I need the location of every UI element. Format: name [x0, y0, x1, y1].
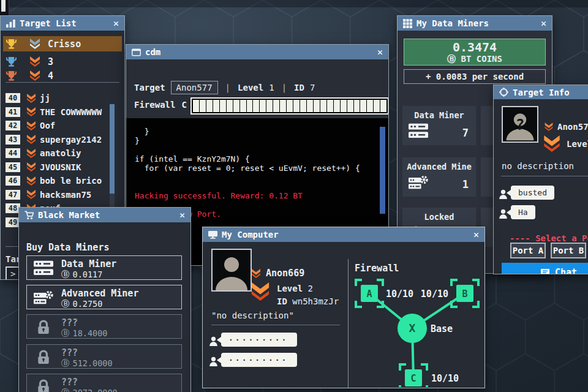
close-icon[interactable]: ✕: [179, 208, 185, 222]
item-price: Ⓑ512.0000: [61, 358, 113, 369]
target-name: hacksman75: [40, 190, 91, 200]
prompt-char: >: [10, 269, 15, 279]
rank-icon: [26, 149, 37, 158]
target-list-titlebar[interactable]: Target List ✕: [1, 16, 124, 31]
leaderboard-row-3[interactable]: 4: [3, 68, 122, 83]
window-title: My Data Miners: [417, 18, 489, 28]
chat-button[interactable]: Chat: [502, 263, 588, 274]
item-name: ???: [61, 347, 78, 358]
firewall-bar-segments: [190, 97, 388, 115]
target-value[interactable]: Anon577: [171, 81, 218, 94]
window-title: cdm: [145, 47, 160, 57]
background-fragment-bar: [1, 0, 6, 12]
divider: [6, 82, 119, 83]
rank-badge: 47: [6, 190, 20, 200]
close-icon[interactable]: ✕: [473, 227, 479, 242]
scrollbar-thumb[interactable]: [110, 104, 115, 194]
window-title: Black Market: [38, 210, 100, 220]
price-value: 512.0000: [73, 358, 113, 368]
password-bubble: ·········: [221, 353, 297, 367]
close-icon[interactable]: ✕: [377, 45, 383, 59]
buy-data-miners-label: Buy Data Miners: [26, 242, 109, 253]
lock-icon: [36, 378, 51, 392]
player-level-row: Level 2 ID wn5h3mzJr: [249, 282, 339, 308]
tile-count: 7: [462, 127, 469, 139]
target-name: jj: [40, 93, 50, 103]
target-row[interactable]: 40jj: [1, 91, 108, 105]
item-name: ???: [61, 377, 78, 388]
leaderboard-row-1[interactable]: Crisso: [3, 36, 122, 51]
close-icon[interactable]: ✕: [113, 16, 119, 31]
target-info-window: Target Info ? Anon577 Level no descripti…: [493, 85, 588, 274]
rank-badge: 41: [6, 107, 20, 117]
port-a-button[interactable]: Port A: [510, 243, 546, 258]
level-label: Level: [238, 83, 263, 92]
target-row[interactable]: 41THE COWWWWWW: [1, 105, 108, 119]
terminal-scrollbar[interactable]: [380, 127, 385, 214]
my-computer-window: My Computer ✕ Anon669 Level 2 ID wn5h3mz…: [202, 227, 485, 388]
target-info-titlebar[interactable]: Target Info: [494, 85, 588, 99]
target-row[interactable]: 46bob le brico: [1, 174, 108, 187]
firewall-node-c[interactable]: C 10/10: [400, 364, 459, 387]
port-b-button[interactable]: Port B: [551, 243, 586, 258]
rank-icon: [29, 39, 41, 49]
password-bubble-row: ·········: [209, 333, 297, 347]
avatar-silhouette-icon: [213, 250, 251, 290]
node-hp: 10/10: [386, 288, 413, 300]
hack-success-message: Hacking successful. Reward: 0.12 BT: [135, 191, 380, 200]
balance-value: 0.3474: [404, 40, 545, 55]
silver-trophy-icon: [6, 56, 17, 67]
rank-badge: 40: [6, 93, 20, 103]
coin-icon: Ⓑ: [447, 54, 456, 64]
market-item-locked[interactable]: ??? Ⓑ3072.0000: [26, 374, 182, 392]
my-data-miners-titlebar[interactable]: My Data Miners ✕: [398, 16, 552, 31]
advanced-miner-tile[interactable]: Advanced Mine 1: [402, 157, 476, 197]
svg-text:?: ?: [516, 116, 525, 134]
rank-badge: 42: [6, 121, 20, 130]
market-item-locked[interactable]: ??? Ⓑ18.4000: [26, 314, 182, 339]
lock-icon: [36, 349, 51, 366]
cdm-target-row: Target Anon577 | Level 1 | ID 7: [134, 80, 315, 95]
firewall-node-base[interactable]: X Base: [398, 314, 453, 343]
coin-icon: Ⓑ: [61, 269, 70, 280]
leaderboard-row-2[interactable]: 3: [3, 54, 122, 69]
player-name: 4: [48, 70, 53, 81]
target-avatar: ?: [502, 106, 538, 143]
code-line: [135, 145, 380, 154]
cart-icon: [24, 211, 34, 220]
cdm-titlebar[interactable]: cdm ✕: [126, 45, 388, 59]
price-value: 18.4000: [73, 328, 108, 338]
crosshair-icon: [499, 88, 508, 97]
divider: [211, 325, 340, 325]
market-item-advanced-miner[interactable]: Advanced Miner Ⓑ0.2750: [26, 285, 182, 309]
black-market-window: Black Market ✕ Buy Data Miners Data Mine…: [18, 207, 191, 392]
rank-badge: 46: [6, 176, 20, 186]
rank-icon: [26, 135, 37, 144]
code-line: [135, 173, 380, 182]
market-item-locked[interactable]: ??? Ⓑ512.0000: [26, 344, 182, 369]
node-letter: C: [410, 373, 416, 384]
my-computer-titlebar[interactable]: My Computer ✕: [203, 227, 484, 242]
market-item-data-miner[interactable]: Data Miner Ⓑ0.0117: [26, 255, 182, 280]
black-market-titlebar[interactable]: Black Market ✕: [19, 208, 190, 222]
mining-rate: + 0.0083 per second: [404, 69, 546, 84]
firewall-label: Firewall: [134, 100, 175, 110]
id-label: ID: [277, 296, 287, 306]
item-price: Ⓑ18.4000: [61, 328, 107, 339]
target-label: Target: [134, 83, 165, 92]
coin-icon: Ⓑ: [61, 328, 70, 339]
target-row[interactable]: 42Oof: [1, 119, 108, 132]
close-icon[interactable]: ✕: [541, 16, 546, 31]
rank-icon: [26, 190, 37, 199]
rank-badge: 45: [6, 162, 20, 172]
target-row[interactable]: 43supergay2142: [1, 133, 108, 146]
rank-icon: [29, 70, 41, 81]
target-row[interactable]: 44anatoliy: [1, 146, 108, 160]
firewall-node-a[interactable]: A 10/10: [356, 280, 413, 307]
rank-icon: [26, 176, 37, 186]
coin-icon: Ⓑ: [61, 387, 70, 392]
target-row[interactable]: 45JVOUSNIK: [1, 160, 108, 174]
target-row[interactable]: 47hacksman75: [1, 188, 108, 202]
player-name: Anon669: [266, 268, 304, 279]
data-miner-tile[interactable]: Data Miner 7: [402, 106, 476, 145]
